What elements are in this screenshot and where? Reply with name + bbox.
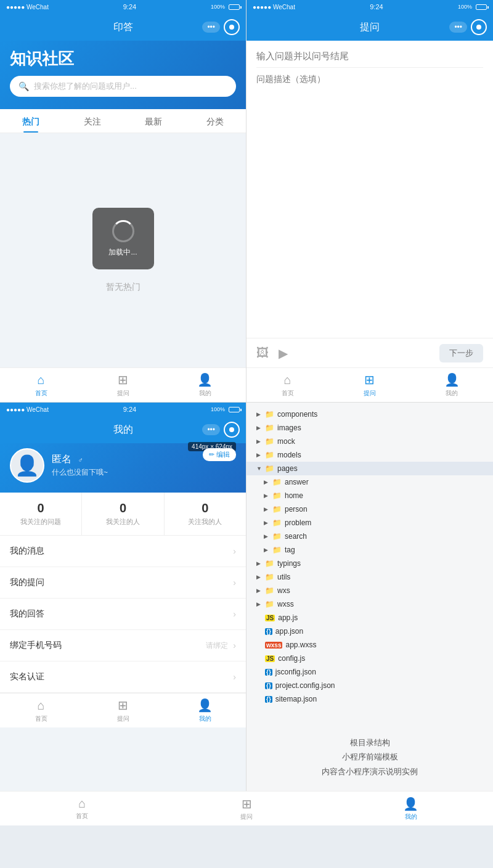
menu-my-messages[interactable]: 我的消息 ›: [0, 536, 246, 567]
tree-item-label: mock: [277, 437, 295, 446]
tree-item[interactable]: wxssapp.wxss: [246, 638, 493, 652]
tree-item[interactable]: ▶📁person: [246, 502, 493, 516]
battery-icon-right: [476, 4, 487, 10]
bottom-nav-me[interactable]: 👤 我的: [164, 368, 246, 402]
tree-item[interactable]: ▶📁images: [246, 421, 493, 435]
file-type-icon: {}: [265, 669, 272, 676]
more-btn-left[interactable]: •••: [202, 22, 220, 33]
search-bar[interactable]: 🔍 搜索你想了解的问题或用户...: [10, 76, 236, 97]
menu-val-3: 请绑定: [206, 641, 228, 651]
tree-item[interactable]: ▶📁typings: [246, 557, 493, 570]
chevron-1: ›: [233, 578, 236, 588]
bottom-nav-me-l2[interactable]: 👤 我的: [164, 694, 246, 727]
tree-item[interactable]: JSapp.js: [246, 611, 493, 624]
tree-item[interactable]: ▶📁models: [246, 448, 493, 462]
tree-item[interactable]: ▶📁components: [246, 407, 493, 421]
tree-item[interactable]: ▶📁mock: [246, 435, 493, 448]
home-icon-r: ⌂: [284, 373, 291, 387]
signal-left: ●●●●● WeChat: [6, 4, 49, 10]
stat-f-num: 0: [202, 501, 208, 515]
battery-pct-left: 100%: [211, 4, 225, 10]
folder-icon: 📁: [265, 600, 274, 608]
nav-title-right: 提问: [360, 21, 380, 34]
search-icon: 🔍: [18, 81, 29, 91]
tree-item[interactable]: ▶📁problem: [246, 516, 493, 530]
menu-label-1: 我的提问: [10, 577, 233, 588]
tree-item[interactable]: ▼📁pages: [246, 462, 493, 475]
profile-name: 匿名: [52, 454, 71, 464]
folder-icon: 📁: [272, 505, 282, 514]
avatar: 👤: [10, 448, 44, 483]
time-left2: 9:24: [123, 406, 136, 413]
time-right: 9:24: [370, 3, 383, 10]
image-icon[interactable]: 🖼: [256, 346, 269, 360]
chevron-0: ›: [233, 546, 236, 556]
tree-item[interactable]: ▶📁home: [246, 489, 493, 502]
global-nav-me[interactable]: 👤 我的: [328, 792, 493, 825]
next-button[interactable]: 下一步: [439, 344, 483, 362]
tab-category[interactable]: 分类: [184, 109, 246, 133]
global-nav-ask[interactable]: ⊞ 提问: [165, 792, 329, 825]
menu-real-name[interactable]: 实名认证 ›: [0, 661, 246, 693]
me-label: 我的: [199, 389, 211, 398]
global-nav-home[interactable]: ⌂ 首页: [0, 792, 165, 825]
tree-item-label: app.json: [275, 627, 303, 636]
tree-item[interactable]: JSconfig.js: [246, 652, 493, 665]
tree-item[interactable]: ▶📁tag: [246, 543, 493, 557]
bottom-nav-ask-l2[interactable]: ⊞ 提问: [82, 694, 164, 727]
expand-icon: ▶: [256, 588, 265, 594]
question-title-input[interactable]: [256, 51, 483, 68]
tree-item[interactable]: {}app.json: [246, 624, 493, 638]
tab-follow[interactable]: 关注: [62, 109, 123, 133]
tree-item[interactable]: ▶📁search: [246, 530, 493, 543]
folder-icon: 📁: [272, 518, 282, 527]
circle-btn-right[interactable]: [471, 19, 487, 35]
bottom-nav-ask-r[interactable]: ⊞ 提问: [328, 368, 410, 402]
more-btn-left2[interactable]: •••: [202, 424, 220, 435]
more-btn-right[interactable]: •••: [449, 22, 467, 33]
tree-item-label: home: [285, 491, 303, 500]
tree-item-label: components: [277, 410, 317, 419]
ask-icon-l2: ⊞: [118, 698, 128, 713]
tree-item-label: app.js: [278, 613, 298, 622]
file-tree: ▶📁components▶📁images▶📁mock▶📁models▼📁page…: [246, 403, 493, 711]
ask-label-r: 提问: [364, 389, 376, 398]
menu-my-answers[interactable]: 我的回答 ›: [0, 599, 246, 630]
tree-item[interactable]: {}sitemap.json: [246, 692, 493, 706]
video-icon[interactable]: ▶: [279, 346, 288, 361]
nav-bar-left2: 我的 •••: [0, 416, 246, 443]
tree-item-label: images: [277, 424, 301, 432]
bottom-nav-ask[interactable]: ⊞ 提问: [82, 368, 164, 402]
tree-item[interactable]: ▶📁utils: [246, 570, 493, 584]
global-home-label: 首页: [76, 812, 88, 821]
circle-btn-left[interactable]: [224, 19, 240, 35]
folder-icon: 📁: [265, 451, 274, 459]
tab-latest[interactable]: 最新: [123, 109, 185, 133]
tree-item[interactable]: ▶📁answer: [246, 475, 493, 489]
tree-item[interactable]: {}jsconfig.json: [246, 665, 493, 679]
tab-hot[interactable]: 热门: [0, 109, 62, 133]
menu-bind-phone[interactable]: 绑定手机号码 请绑定 ›: [0, 630, 246, 661]
tree-item[interactable]: ▶📁wxs: [246, 584, 493, 597]
question-bottom-bar: 🖼 ▶ 下一步: [246, 338, 493, 367]
bottom-nav-home[interactable]: ⌂ 首页: [0, 368, 82, 402]
me-icon-l2: 👤: [197, 698, 213, 713]
bottom-nav-home-l2[interactable]: ⌂ 首页: [0, 694, 82, 727]
nav-title-left2: 我的: [113, 424, 133, 436]
question-desc-input[interactable]: [256, 74, 483, 197]
expand-icon: ▼: [256, 465, 265, 472]
edit-button[interactable]: ✏ 编辑: [203, 448, 236, 461]
stat-q-num: 0: [38, 501, 44, 515]
circle-btn-left2[interactable]: [224, 422, 240, 438]
bottom-nav-home-r[interactable]: ⌂ 首页: [246, 368, 328, 402]
tree-item-label: problem: [285, 518, 311, 527]
menu-my-questions[interactable]: 我的提问 ›: [0, 567, 246, 599]
expand-icon: ▶: [256, 438, 265, 444]
bottom-nav-me-r[interactable]: 👤 我的: [411, 368, 493, 402]
tree-item[interactable]: {}project.config.json: [246, 679, 493, 692]
expand-icon: ▶: [256, 560, 265, 567]
me-icon-r: 👤: [444, 372, 460, 387]
me-label-r: 我的: [446, 389, 458, 398]
tree-item[interactable]: ▶📁wxss: [246, 597, 493, 611]
menu-label-4: 实名认证: [10, 671, 233, 682]
